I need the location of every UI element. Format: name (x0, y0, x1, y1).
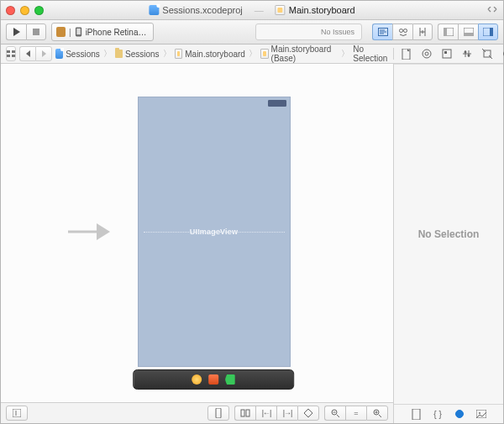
svg-point-26 (467, 55, 470, 57)
minimize-window-button[interactable] (20, 6, 29, 15)
svg-rect-0 (33, 29, 39, 35)
xcode-window: Sessions.xcodeproj — Main.storyboard | (0, 0, 504, 424)
first-responder-icon[interactable] (208, 374, 218, 385)
status-bar-indicator-icon (268, 100, 286, 107)
svg-point-8 (399, 29, 402, 33)
tab-storyboard[interactable]: Main.storyboard (276, 5, 355, 15)
align-button[interactable] (234, 406, 255, 421)
toggle-navigator-button[interactable] (438, 24, 458, 40)
activity-status: No Issues (255, 24, 362, 40)
zoom-in-button[interactable] (366, 406, 388, 421)
assistant-editor-button[interactable] (392, 24, 412, 40)
jump-bar: Sessions 〉 Sessions 〉 Main.storyboard 〉 … (1, 44, 503, 64)
svg-rect-18 (12, 50, 15, 53)
breadcrumb[interactable]: Sessions 〉 Sessions 〉 Main.storyboard 〉 … (55, 44, 390, 63)
svg-rect-30 (13, 409, 21, 417)
exit-segue-icon[interactable] (225, 374, 235, 385)
media-library-icon[interactable] (475, 408, 487, 420)
chevron-right-icon: 〉 (249, 48, 257, 60)
zoom-actual-button[interactable]: = (345, 406, 366, 421)
svg-rect-17 (7, 55, 10, 57)
app-icon (56, 27, 66, 37)
inspector-tabs (393, 48, 504, 60)
run-stop-group (6, 24, 46, 40)
run-button[interactable] (6, 24, 26, 40)
svg-rect-16 (7, 50, 10, 53)
file-inspector-icon[interactable] (401, 48, 412, 60)
resizing-button[interactable] (297, 406, 319, 421)
svg-point-22 (425, 52, 428, 55)
svg-rect-15 (490, 28, 493, 36)
view-controller-object-icon[interactable] (192, 374, 202, 385)
svg-rect-11 (444, 28, 447, 36)
quick-help-icon[interactable] (421, 48, 433, 60)
scheme-selector[interactable]: | iPhone Retina (3... (51, 23, 154, 41)
document-tabs: Sessions.xcodeproj — Main.storyboard (149, 5, 354, 15)
layout-toggle-group (207, 406, 229, 421)
zoom-out-button[interactable] (324, 406, 345, 421)
main-toolbar: | iPhone Retina (3... No Issues (1, 20, 503, 44)
tab-project-label: Sessions.xcodeproj (162, 5, 242, 15)
file-template-library-icon[interactable] (410, 408, 422, 420)
xcode-project-icon (55, 49, 63, 59)
identity-inspector-icon[interactable] (441, 48, 453, 60)
svg-point-37 (456, 411, 464, 418)
titlebar: Sessions.xcodeproj — Main.storyboard (1, 1, 503, 20)
svg-rect-5 (380, 30, 385, 31)
auto-layout-group: |←| |→| (234, 406, 319, 421)
folder-icon (115, 50, 123, 58)
svg-rect-6 (380, 32, 386, 33)
crumb-0: Sessions (66, 50, 100, 59)
svg-rect-13 (464, 33, 474, 36)
stop-button[interactable] (26, 24, 46, 40)
tab-storyboard-label: Main.storyboard (289, 5, 355, 15)
chevron-right-icon: 〉 (163, 48, 171, 60)
toggle-debug-button[interactable] (458, 24, 478, 40)
attributes-inspector-icon[interactable] (461, 48, 473, 60)
status-label: No Issues (321, 28, 354, 36)
svg-rect-7 (380, 34, 384, 34)
tab-project[interactable]: Sessions.xcodeproj (149, 5, 242, 15)
chevron-right-icon: 〉 (341, 48, 349, 60)
editor-mode-group (372, 24, 433, 40)
standard-editor-button[interactable] (372, 24, 392, 40)
pin-button[interactable]: |←| (255, 406, 276, 421)
any-size-button[interactable] (207, 406, 229, 421)
utilities-panel: No Selection { } (394, 64, 503, 423)
resolve-issues-button[interactable]: |→| (276, 406, 297, 421)
zoom-window-button[interactable] (34, 6, 44, 15)
crumb-2: Main.storyboard (185, 50, 245, 59)
size-inspector-icon[interactable] (481, 48, 493, 60)
close-window-button[interactable] (6, 6, 15, 15)
svg-point-21 (423, 50, 431, 58)
canvas[interactable]: UIImageView (1, 64, 393, 400)
object-library-icon[interactable] (454, 408, 465, 420)
panel-visibility-group (438, 24, 498, 40)
back-button[interactable] (19, 46, 35, 61)
crumb-4: No Selection (353, 44, 389, 63)
code-snippet-library-icon[interactable]: { } (432, 408, 444, 420)
scene-view-controller[interactable]: UIImageView (138, 97, 291, 367)
svg-rect-2 (76, 29, 81, 34)
svg-point-9 (403, 29, 407, 33)
zoom-group: = (324, 406, 388, 421)
no-selection-label: No Selection (418, 228, 480, 240)
version-editor-button[interactable] (412, 24, 433, 40)
chevron-right-icon: 〉 (103, 48, 112, 60)
storyboard-file-icon (276, 5, 286, 15)
svg-rect-33 (246, 410, 249, 416)
scheme-label: iPhone Retina (3... (86, 28, 149, 37)
scene-dock (133, 369, 294, 390)
initial-scene-arrow-icon[interactable] (68, 222, 110, 242)
interface-builder-editor: UIImageView |←| |→| (1, 64, 394, 423)
guide-line (144, 232, 285, 233)
crumb-1: Sessions (125, 50, 160, 59)
svg-rect-19 (12, 55, 15, 57)
crumb-3: Main.storyboard (Base) (271, 44, 339, 63)
device-icon (75, 27, 82, 37)
fullscreen-icon[interactable] (486, 6, 498, 14)
toggle-utilities-button[interactable] (478, 24, 498, 40)
document-outline-toggle[interactable] (6, 406, 28, 421)
forward-button[interactable] (35, 46, 52, 61)
related-items-button[interactable] (6, 46, 16, 61)
